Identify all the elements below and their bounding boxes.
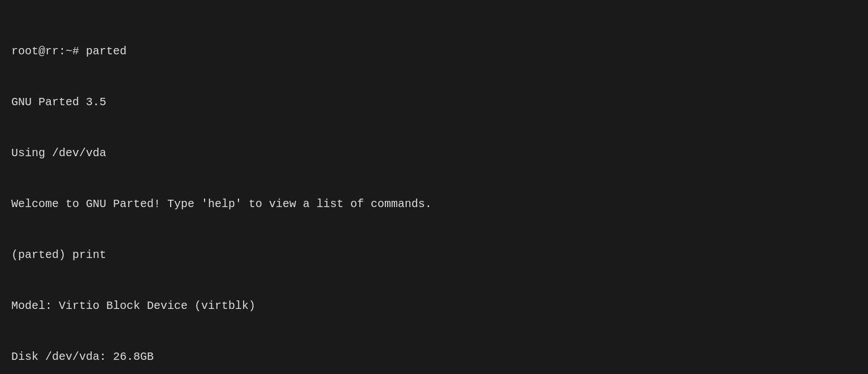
terminal-line-4: Welcome to GNU Parted! Type 'help' to vi… [11,196,857,213]
terminal-line-6: Model: Virtio Block Device (virtblk) [11,298,857,315]
terminal-line-2: GNU Parted 3.5 [11,94,857,111]
terminal-line-7: Disk /dev/vda: 26.8GB [11,349,857,366]
terminal-line-3: Using /dev/vda [11,145,857,162]
terminal-output: root@rr:~# parted GNU Parted 3.5 Using /… [11,9,857,374]
terminal-line-1: root@rr:~# parted [11,43,857,60]
terminal-line-5: (parted) print [11,247,857,264]
